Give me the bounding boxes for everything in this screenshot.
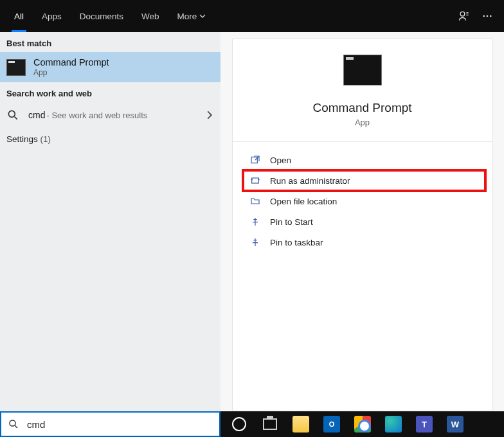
best-match-header: Best match bbox=[0, 32, 221, 52]
results-pane: Best match Command Prompt App Search wor… bbox=[0, 32, 221, 411]
search-box[interactable] bbox=[0, 411, 221, 437]
feedback-icon[interactable] bbox=[453, 4, 476, 28]
result-subtitle: App bbox=[33, 68, 214, 77]
chevron-right-icon bbox=[205, 111, 214, 120]
cmd-icon bbox=[6, 59, 26, 76]
result-title: Command Prompt bbox=[33, 57, 214, 67]
svg-point-2 bbox=[487, 15, 489, 17]
taskbar: O T W bbox=[221, 411, 504, 437]
action-pin-to-start[interactable]: Pin to Start bbox=[243, 211, 485, 232]
taskbar-chrome[interactable] bbox=[348, 411, 377, 437]
svg-point-0 bbox=[460, 12, 465, 16]
svg-point-7 bbox=[10, 420, 15, 426]
action-open[interactable]: Open bbox=[243, 150, 485, 170]
svg-rect-5 bbox=[251, 157, 257, 163]
search-input[interactable] bbox=[26, 418, 213, 431]
action-pin-taskbar-label: Pin to taskbar bbox=[270, 238, 323, 247]
tab-documents[interactable]: Documents bbox=[71, 0, 132, 32]
action-run-admin-label: Run as administrator bbox=[270, 176, 350, 186]
more-options-icon[interactable] bbox=[476, 4, 499, 28]
teams-icon: T bbox=[416, 416, 433, 433]
cortana-icon bbox=[232, 417, 246, 431]
svg-rect-6 bbox=[252, 178, 259, 183]
search-web-result[interactable]: cmd - See work and web results bbox=[0, 102, 221, 128]
open-icon bbox=[248, 155, 262, 165]
action-open-label: Open bbox=[270, 156, 291, 165]
settings-count: (1) bbox=[40, 134, 51, 144]
settings-group[interactable]: Settings (1) bbox=[0, 128, 221, 150]
pin-icon bbox=[248, 237, 262, 247]
search-web-header: Search work and web bbox=[0, 82, 221, 102]
action-list: Open Run as administrator Open file loca… bbox=[233, 142, 492, 253]
pin-icon bbox=[248, 217, 262, 227]
taskbar-word[interactable]: W bbox=[440, 411, 470, 437]
action-pin-start-label: Pin to Start bbox=[270, 217, 313, 227]
search-icon bbox=[8, 418, 19, 430]
tab-web[interactable]: Web bbox=[132, 0, 168, 32]
task-view-icon bbox=[263, 418, 277, 430]
action-pin-to-taskbar[interactable]: Pin to taskbar bbox=[243, 232, 485, 253]
action-run-as-administrator[interactable]: Run as administrator bbox=[243, 170, 485, 191]
detail-pane-container: Command Prompt App Open Run as administr… bbox=[221, 32, 504, 411]
shield-icon bbox=[248, 175, 262, 186]
detail-pane: Command Prompt App Open Run as administr… bbox=[232, 39, 492, 411]
svg-point-4 bbox=[8, 111, 15, 117]
file-explorer-icon bbox=[292, 416, 309, 433]
taskbar-edge[interactable] bbox=[379, 411, 408, 437]
cmd-icon bbox=[343, 55, 382, 85]
outlook-icon: O bbox=[323, 416, 340, 433]
search-tabs: All Apps Documents Web More bbox=[0, 0, 504, 32]
word-icon: W bbox=[447, 416, 464, 433]
cortana-button[interactable] bbox=[224, 411, 254, 437]
tab-all[interactable]: All bbox=[5, 0, 33, 32]
action-open-loc-label: Open file location bbox=[270, 197, 337, 206]
edge-icon bbox=[385, 416, 402, 433]
detail-subtitle: App bbox=[355, 118, 370, 127]
settings-label: Settings bbox=[6, 134, 38, 144]
task-view-button[interactable] bbox=[255, 411, 285, 437]
tab-more[interactable]: More bbox=[168, 0, 215, 32]
result-command-prompt[interactable]: Command Prompt App bbox=[0, 52, 221, 82]
folder-icon bbox=[248, 196, 262, 206]
chevron-down-icon bbox=[199, 13, 206, 19]
svg-point-3 bbox=[490, 15, 492, 17]
chrome-icon bbox=[354, 416, 371, 433]
result-text: Command Prompt App bbox=[33, 57, 214, 77]
tab-apps[interactable]: Apps bbox=[33, 0, 71, 32]
taskbar-outlook[interactable]: O bbox=[317, 411, 346, 437]
action-open-file-location[interactable]: Open file location bbox=[243, 191, 485, 211]
search-icon bbox=[6, 109, 19, 121]
search-web-hint: - See work and web results bbox=[46, 111, 147, 120]
svg-point-1 bbox=[483, 15, 485, 17]
taskbar-teams[interactable]: T bbox=[410, 411, 439, 437]
taskbar-file-explorer[interactable] bbox=[286, 411, 316, 437]
tab-more-label: More bbox=[177, 12, 197, 21]
search-web-query: cmd bbox=[28, 110, 45, 120]
detail-title: Command Prompt bbox=[312, 101, 411, 115]
